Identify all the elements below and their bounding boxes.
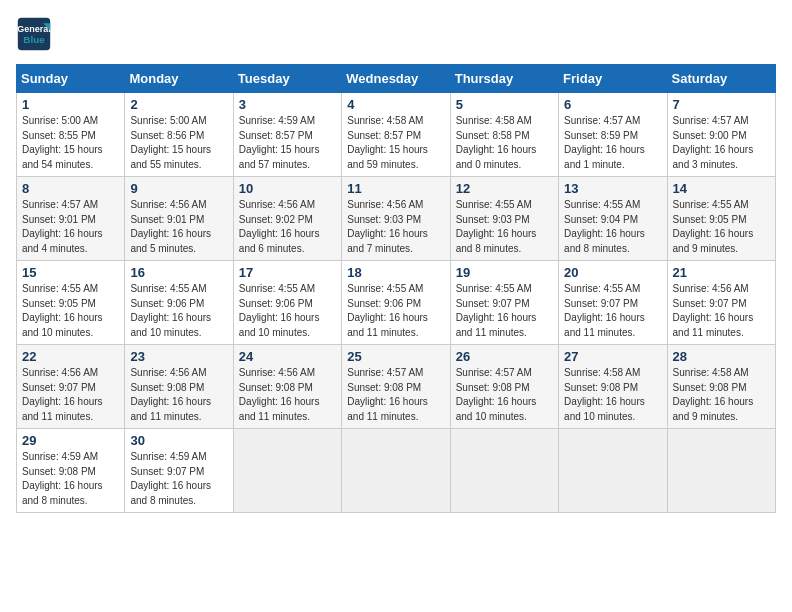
day-number: 3 <box>239 97 336 112</box>
header-cell-wednesday: Wednesday <box>342 65 450 93</box>
day-21: 21Sunrise: 4:56 AMSunset: 9:07 PMDayligh… <box>667 261 775 345</box>
day-info: Sunrise: 4:56 AMSunset: 9:08 PMDaylight:… <box>239 366 336 424</box>
header-cell-friday: Friday <box>559 65 667 93</box>
day-number: 26 <box>456 349 553 364</box>
day-info: Sunrise: 4:56 AMSunset: 9:03 PMDaylight:… <box>347 198 444 256</box>
day-number: 29 <box>22 433 119 448</box>
day-number: 10 <box>239 181 336 196</box>
day-number: 12 <box>456 181 553 196</box>
day-27: 27Sunrise: 4:58 AMSunset: 9:08 PMDayligh… <box>559 345 667 429</box>
day-number: 21 <box>673 265 770 280</box>
day-info: Sunrise: 4:58 AMSunset: 8:57 PMDaylight:… <box>347 114 444 172</box>
svg-text:Blue: Blue <box>23 34 45 45</box>
day-number: 8 <box>22 181 119 196</box>
empty-cell <box>667 429 775 513</box>
day-info: Sunrise: 4:59 AMSunset: 9:08 PMDaylight:… <box>22 450 119 508</box>
header-cell-sunday: Sunday <box>17 65 125 93</box>
day-15: 15Sunrise: 4:55 AMSunset: 9:05 PMDayligh… <box>17 261 125 345</box>
day-info: Sunrise: 4:57 AMSunset: 9:01 PMDaylight:… <box>22 198 119 256</box>
day-29: 29Sunrise: 4:59 AMSunset: 9:08 PMDayligh… <box>17 429 125 513</box>
day-number: 28 <box>673 349 770 364</box>
day-info: Sunrise: 4:55 AMSunset: 9:04 PMDaylight:… <box>564 198 661 256</box>
day-6: 6Sunrise: 4:57 AMSunset: 8:59 PMDaylight… <box>559 93 667 177</box>
day-info: Sunrise: 5:00 AMSunset: 8:55 PMDaylight:… <box>22 114 119 172</box>
day-number: 13 <box>564 181 661 196</box>
day-2: 2Sunrise: 5:00 AMSunset: 8:56 PMDaylight… <box>125 93 233 177</box>
header-cell-saturday: Saturday <box>667 65 775 93</box>
day-8: 8Sunrise: 4:57 AMSunset: 9:01 PMDaylight… <box>17 177 125 261</box>
day-info: Sunrise: 4:58 AMSunset: 9:08 PMDaylight:… <box>673 366 770 424</box>
day-30: 30Sunrise: 4:59 AMSunset: 9:07 PMDayligh… <box>125 429 233 513</box>
day-7: 7Sunrise: 4:57 AMSunset: 9:00 PMDaylight… <box>667 93 775 177</box>
day-number: 15 <box>22 265 119 280</box>
day-19: 19Sunrise: 4:55 AMSunset: 9:07 PMDayligh… <box>450 261 558 345</box>
day-info: Sunrise: 4:55 AMSunset: 9:03 PMDaylight:… <box>456 198 553 256</box>
day-11: 11Sunrise: 4:56 AMSunset: 9:03 PMDayligh… <box>342 177 450 261</box>
day-3: 3Sunrise: 4:59 AMSunset: 8:57 PMDaylight… <box>233 93 341 177</box>
day-9: 9Sunrise: 4:56 AMSunset: 9:01 PMDaylight… <box>125 177 233 261</box>
day-16: 16Sunrise: 4:55 AMSunset: 9:06 PMDayligh… <box>125 261 233 345</box>
day-20: 20Sunrise: 4:55 AMSunset: 9:07 PMDayligh… <box>559 261 667 345</box>
day-13: 13Sunrise: 4:55 AMSunset: 9:04 PMDayligh… <box>559 177 667 261</box>
day-number: 6 <box>564 97 661 112</box>
empty-cell <box>233 429 341 513</box>
day-info: Sunrise: 4:57 AMSunset: 9:00 PMDaylight:… <box>673 114 770 172</box>
calendar-week-2: 15Sunrise: 4:55 AMSunset: 9:05 PMDayligh… <box>17 261 776 345</box>
day-number: 5 <box>456 97 553 112</box>
empty-cell <box>342 429 450 513</box>
day-number: 11 <box>347 181 444 196</box>
day-info: Sunrise: 4:57 AMSunset: 9:08 PMDaylight:… <box>347 366 444 424</box>
day-info: Sunrise: 4:55 AMSunset: 9:06 PMDaylight:… <box>347 282 444 340</box>
day-12: 12Sunrise: 4:55 AMSunset: 9:03 PMDayligh… <box>450 177 558 261</box>
day-26: 26Sunrise: 4:57 AMSunset: 9:08 PMDayligh… <box>450 345 558 429</box>
day-info: Sunrise: 4:56 AMSunset: 9:07 PMDaylight:… <box>22 366 119 424</box>
calendar-week-4: 29Sunrise: 4:59 AMSunset: 9:08 PMDayligh… <box>17 429 776 513</box>
day-number: 16 <box>130 265 227 280</box>
day-number: 19 <box>456 265 553 280</box>
day-info: Sunrise: 4:58 AMSunset: 9:08 PMDaylight:… <box>564 366 661 424</box>
day-4: 4Sunrise: 4:58 AMSunset: 8:57 PMDaylight… <box>342 93 450 177</box>
day-number: 4 <box>347 97 444 112</box>
day-number: 30 <box>130 433 227 448</box>
day-number: 22 <box>22 349 119 364</box>
day-info: Sunrise: 4:58 AMSunset: 8:58 PMDaylight:… <box>456 114 553 172</box>
day-23: 23Sunrise: 4:56 AMSunset: 9:08 PMDayligh… <box>125 345 233 429</box>
day-info: Sunrise: 4:57 AMSunset: 9:08 PMDaylight:… <box>456 366 553 424</box>
day-info: Sunrise: 4:56 AMSunset: 9:02 PMDaylight:… <box>239 198 336 256</box>
day-14: 14Sunrise: 4:55 AMSunset: 9:05 PMDayligh… <box>667 177 775 261</box>
calendar-week-1: 8Sunrise: 4:57 AMSunset: 9:01 PMDaylight… <box>17 177 776 261</box>
day-info: Sunrise: 4:59 AMSunset: 9:07 PMDaylight:… <box>130 450 227 508</box>
day-number: 24 <box>239 349 336 364</box>
day-number: 20 <box>564 265 661 280</box>
calendar-week-3: 22Sunrise: 4:56 AMSunset: 9:07 PMDayligh… <box>17 345 776 429</box>
logo: General Blue <box>16 16 52 52</box>
day-number: 7 <box>673 97 770 112</box>
day-number: 2 <box>130 97 227 112</box>
day-number: 23 <box>130 349 227 364</box>
day-1: 1Sunrise: 5:00 AMSunset: 8:55 PMDaylight… <box>17 93 125 177</box>
day-number: 25 <box>347 349 444 364</box>
day-28: 28Sunrise: 4:58 AMSunset: 9:08 PMDayligh… <box>667 345 775 429</box>
day-22: 22Sunrise: 4:56 AMSunset: 9:07 PMDayligh… <box>17 345 125 429</box>
day-info: Sunrise: 4:56 AMSunset: 9:01 PMDaylight:… <box>130 198 227 256</box>
empty-cell <box>559 429 667 513</box>
day-info: Sunrise: 4:55 AMSunset: 9:06 PMDaylight:… <box>130 282 227 340</box>
day-number: 9 <box>130 181 227 196</box>
day-info: Sunrise: 4:55 AMSunset: 9:07 PMDaylight:… <box>456 282 553 340</box>
empty-cell <box>450 429 558 513</box>
day-number: 18 <box>347 265 444 280</box>
header: General Blue <box>16 16 776 52</box>
day-25: 25Sunrise: 4:57 AMSunset: 9:08 PMDayligh… <box>342 345 450 429</box>
day-info: Sunrise: 5:00 AMSunset: 8:56 PMDaylight:… <box>130 114 227 172</box>
day-17: 17Sunrise: 4:55 AMSunset: 9:06 PMDayligh… <box>233 261 341 345</box>
header-cell-monday: Monday <box>125 65 233 93</box>
day-10: 10Sunrise: 4:56 AMSunset: 9:02 PMDayligh… <box>233 177 341 261</box>
calendar-header-row: SundayMondayTuesdayWednesdayThursdayFrid… <box>17 65 776 93</box>
calendar-week-0: 1Sunrise: 5:00 AMSunset: 8:55 PMDaylight… <box>17 93 776 177</box>
day-info: Sunrise: 4:55 AMSunset: 9:05 PMDaylight:… <box>673 198 770 256</box>
header-cell-tuesday: Tuesday <box>233 65 341 93</box>
logo-icon: General Blue <box>16 16 52 52</box>
day-info: Sunrise: 4:55 AMSunset: 9:07 PMDaylight:… <box>564 282 661 340</box>
day-info: Sunrise: 4:55 AMSunset: 9:05 PMDaylight:… <box>22 282 119 340</box>
header-cell-thursday: Thursday <box>450 65 558 93</box>
